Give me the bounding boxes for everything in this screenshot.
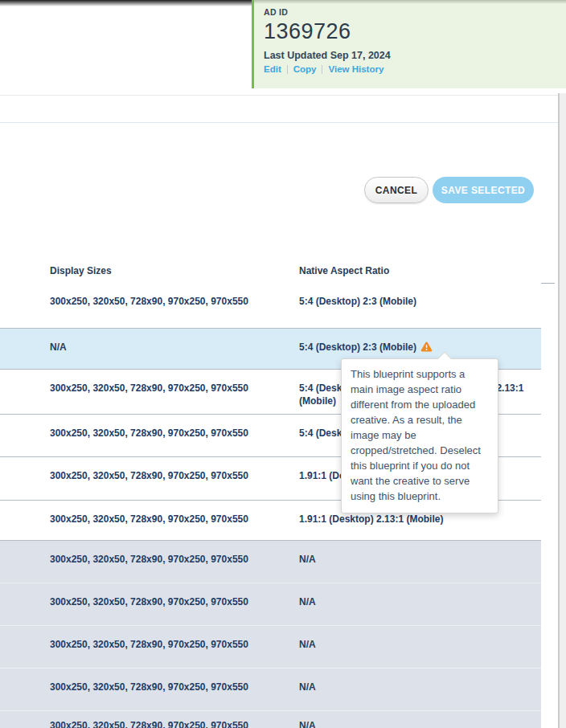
warning-triangle-icon[interactable]	[420, 342, 433, 355]
display-sizes-cell: 300x250, 320x50, 728x90, 970x250, 970x55…	[50, 595, 291, 608]
display-sizes-cell: 300x250, 320x50, 728x90, 970x250, 970x55…	[50, 295, 291, 308]
column-header-native-aspect-ratio: Native Aspect Ratio	[299, 265, 389, 276]
top-shadow	[0, 0, 252, 6]
aspect-ratio-text: 5:4 (Desktop) 2:3 (Mobile)	[299, 342, 416, 353]
aspect-ratio-text: N/A	[299, 681, 316, 693]
ad-summary-panel: AD ID 1369726 Last Updated Sep 17, 2024 …	[252, 0, 566, 88]
aspect-ratio-cell: N/A	[299, 719, 540, 728]
top-shadow	[254, 0, 566, 4]
column-header-display-sizes: Display Sizes	[50, 265, 112, 276]
aspect-ratio-cell: N/A	[299, 638, 540, 651]
view-history-link[interactable]: View History	[328, 64, 383, 74]
display-sizes-cell: 300x250, 320x50, 728x90, 970x250, 970x55…	[50, 469, 291, 482]
table-row[interactable]: 300x250, 320x50, 728x90, 970x250, 970x55…	[0, 541, 541, 583]
table-row[interactable]: 300x250, 320x50, 728x90, 970x250, 970x55…	[0, 626, 541, 669]
ad-actions: Edit Copy View History	[264, 64, 566, 74]
copy-link[interactable]: Copy	[293, 64, 317, 74]
aspect-ratio-text: N/A	[299, 720, 316, 728]
panel-right-border	[558, 93, 560, 728]
display-sizes-cell: 300x250, 320x50, 728x90, 970x250, 970x55…	[50, 553, 291, 566]
aspect-ratio-cell: 1.91:1 (Desktop) 2.13:1 (Mobile)	[299, 513, 540, 526]
aspect-ratio-cell: 5:4 (Desktop) 2:3 (Mobile)	[299, 295, 540, 308]
aspect-ratio-cell: N/A	[299, 595, 540, 608]
page-background-strip	[560, 93, 566, 728]
aspect-ratio-text: N/A	[299, 596, 316, 607]
last-updated-text: Last Updated Sep 17, 2024	[264, 50, 566, 61]
display-sizes-cell: N/A	[50, 341, 291, 354]
display-sizes-cell: 300x250, 320x50, 728x90, 970x250, 970x55…	[50, 719, 291, 728]
aspect-ratio-text: N/A	[299, 554, 316, 565]
separator	[287, 65, 288, 74]
aspect-ratio-cell: N/A	[299, 681, 540, 693]
display-sizes-cell: 300x250, 320x50, 728x90, 970x250, 970x55…	[50, 638, 291, 651]
separator	[322, 65, 322, 74]
ad-id-label: AD ID	[264, 7, 566, 17]
ad-id-value: 1369726	[264, 19, 566, 44]
divider	[0, 122, 560, 123]
table-row[interactable]: 300x250, 320x50, 728x90, 970x250, 970x55…	[0, 583, 541, 626]
aspect-ratio-cell: 5:4 (Desktop) 2:3 (Mobile)	[299, 341, 540, 355]
table-header: Display Sizes Native Aspect Ratio	[0, 265, 541, 283]
divider	[0, 95, 566, 96]
aspect-ratio-text: 1.91:1 (Desktop) 2.13:1 (Mobile)	[299, 513, 443, 525]
display-sizes-cell: 300x250, 320x50, 728x90, 970x250, 970x55…	[50, 513, 291, 526]
cancel-button[interactable]: CANCEL	[364, 177, 429, 203]
save-selected-button[interactable]: SAVE SELECTED	[433, 177, 534, 203]
display-sizes-cell: 300x250, 320x50, 728x90, 970x250, 970x55…	[50, 681, 291, 693]
table-row[interactable]: 300x250, 320x50, 728x90, 970x250, 970x55…	[0, 669, 541, 711]
header-left-area	[0, 0, 252, 88]
aspect-ratio-text: 5:4 (Desktop) 2:3 (Mobile)	[299, 296, 416, 307]
aspect-ratio-text: N/A	[299, 639, 316, 650]
ad-blueprints-panel: AD ID 1369726 Last Updated Sep 17, 2024 …	[0, 0, 566, 728]
table-row[interactable]: 300x250, 320x50, 728x90, 970x250, 970x55…	[0, 283, 541, 329]
display-sizes-cell: 300x250, 320x50, 728x90, 970x250, 970x55…	[50, 427, 291, 440]
aspect-ratio-cell: N/A	[299, 553, 540, 566]
blueprint-warning-tooltip: This blueprint supports a main image asp…	[341, 358, 498, 513]
tooltip-text: This blueprint supports a main image asp…	[351, 366, 491, 504]
display-sizes-cell: 300x250, 320x50, 728x90, 970x250, 970x55…	[50, 382, 291, 395]
edit-link[interactable]: Edit	[264, 64, 281, 74]
table-row[interactable]: 300x250, 320x50, 728x90, 970x250, 970x55…	[0, 711, 541, 728]
